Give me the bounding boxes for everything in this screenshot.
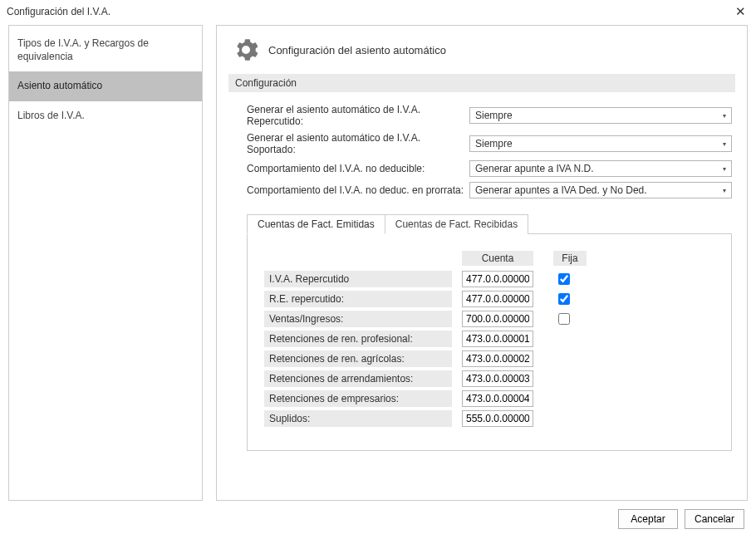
close-icon[interactable]: ✕ <box>732 5 749 17</box>
account-row: Retenciones de ren. agrícolas: <box>264 350 714 367</box>
section-header: Configuración del asiento automático <box>233 37 735 62</box>
account-row-label: Retenciones de empresarios: <box>264 390 452 407</box>
account-input[interactable] <box>462 331 533 347</box>
header-cuenta: Cuenta <box>462 251 533 266</box>
header-fija: Fija <box>553 251 587 266</box>
cancel-button[interactable]: Cancelar <box>685 509 744 529</box>
config-select-soportado[interactable]: Siempre ▾ <box>469 135 732 152</box>
config-row-soportado: Generar el asiento automático de I.V.A. … <box>247 132 732 155</box>
account-input[interactable] <box>462 291 533 307</box>
account-input[interactable] <box>462 390 533 407</box>
config-label: Comportamiento del I.V.A. no deduc. en p… <box>247 184 469 196</box>
account-row: I.V.A. Repercutido <box>264 271 714 287</box>
account-row: Retenciones de ren. profesional: <box>264 331 714 347</box>
chevron-down-icon: ▾ <box>718 136 731 151</box>
sidebar-item-label: Tipos de I.V.A. y Recargos de equivalenc… <box>17 37 149 62</box>
account-input[interactable] <box>462 350 533 367</box>
account-row-label: R.E. repercutido: <box>264 291 452 307</box>
dialog-footer: Aceptar Cancelar <box>618 509 744 529</box>
account-row-label: Retenciones de ren. agrícolas: <box>264 350 452 367</box>
sidebar-item-libros-iva[interactable]: Libros de I.V.A. <box>9 101 202 131</box>
config-form: Generar el asiento automático de I.V.A. … <box>247 104 732 198</box>
subsection-label: Configuración <box>228 74 735 92</box>
tab-label: Cuentas de Fact. Emitidas <box>258 218 375 230</box>
sidebar-item-label: Libros de I.V.A. <box>17 110 85 121</box>
account-fixed-checkbox[interactable] <box>558 313 570 325</box>
titlebar: Configuración del I.V.A. ✕ <box>0 0 756 24</box>
sidebar-item-tipos-iva[interactable]: Tipos de I.V.A. y Recargos de equivalenc… <box>9 29 202 71</box>
gear-icon <box>233 37 258 62</box>
tabs: Cuentas de Fact. Emitidas Cuentas de Fac… <box>247 213 732 451</box>
account-input[interactable] <box>462 311 533 327</box>
chevron-down-icon: ▾ <box>718 161 731 176</box>
select-value: Siempre <box>475 138 513 149</box>
window-title: Configuración del I.V.A. <box>7 6 110 17</box>
config-select-prorrata[interactable]: Generar apuntes a IVA Ded. y No Ded. ▾ <box>469 182 732 198</box>
config-row-prorrata: Comportamiento del I.V.A. no deduc. en p… <box>247 182 732 198</box>
account-row-label: I.V.A. Repercutido <box>264 271 452 287</box>
config-label: Generar el asiento automático de I.V.A. … <box>247 104 469 127</box>
config-label: Comportamiento del I.V.A. no deducible: <box>247 163 469 174</box>
select-value: Generar apunte a IVA N.D. <box>475 163 594 174</box>
accept-button[interactable]: Aceptar <box>618 509 678 529</box>
account-row-label: Retenciones de ren. profesional: <box>264 331 452 347</box>
select-value: Generar apuntes a IVA Ded. y No Ded. <box>475 184 647 196</box>
account-row: R.E. repercutido: <box>264 291 714 307</box>
account-row: Retenciones de arrendamientos: <box>264 370 714 387</box>
account-row-label: Retenciones de arrendamientos: <box>264 370 452 387</box>
tab-emitidas[interactable]: Cuentas de Fact. Emitidas <box>247 214 385 234</box>
account-fixed-checkbox[interactable] <box>558 293 570 305</box>
main-area: Tipos de I.V.A. y Recargos de equivalenc… <box>8 25 748 501</box>
config-label: Generar el asiento automático de I.V.A. … <box>247 132 469 155</box>
sidebar-item-label: Asiento automático <box>17 80 102 91</box>
tab-recibidas[interactable]: Cuentas de Fact. Recibidas <box>385 214 528 234</box>
account-row-label: Suplidos: <box>264 410 452 427</box>
account-row-label: Ventas/Ingresos: <box>264 311 452 327</box>
accounts-table-header: Cuenta Fija <box>264 251 714 266</box>
tab-label: Cuentas de Fact. Recibidas <box>395 218 518 230</box>
account-input[interactable] <box>462 410 533 427</box>
account-input[interactable] <box>462 370 533 387</box>
tab-buttons: Cuentas de Fact. Emitidas Cuentas de Fac… <box>247 213 732 234</box>
accounts-table-body: I.V.A. RepercutidoR.E. repercutido:Venta… <box>264 271 714 427</box>
account-row: Retenciones de empresarios: <box>264 390 714 407</box>
chevron-down-icon: ▾ <box>718 183 731 198</box>
config-row-repercutido: Generar el asiento automático de I.V.A. … <box>247 104 732 127</box>
select-value: Siempre <box>475 110 513 121</box>
account-input[interactable] <box>462 271 533 287</box>
config-select-no-deducible[interactable]: Generar apunte a IVA N.D. ▾ <box>469 160 732 177</box>
sidebar: Tipos de I.V.A. y Recargos de equivalenc… <box>8 25 203 501</box>
config-row-no-deducible: Comportamiento del I.V.A. no deducible: … <box>247 160 732 177</box>
chevron-down-icon: ▾ <box>718 108 731 123</box>
content-panel: Configuración del asiento automático Con… <box>216 25 748 501</box>
config-select-repercutido[interactable]: Siempre ▾ <box>469 107 732 124</box>
account-row: Suplidos: <box>264 410 714 427</box>
account-fixed-checkbox[interactable] <box>558 273 570 285</box>
account-row: Ventas/Ingresos: <box>264 311 714 327</box>
tab-panel-emitidas: Cuenta Fija I.V.A. RepercutidoR.E. reper… <box>247 234 732 451</box>
section-title: Configuración del asiento automático <box>268 44 446 56</box>
sidebar-item-asiento-automatico[interactable]: Asiento automático <box>9 71 202 101</box>
